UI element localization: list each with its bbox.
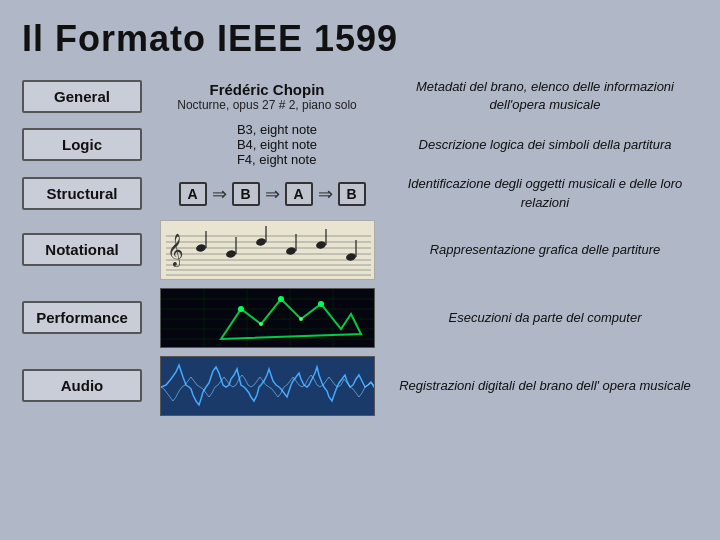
arrow-1: ⇒ xyxy=(212,183,227,205)
logic-line3: F4, eight note xyxy=(237,152,317,167)
row-notational: Notational xyxy=(22,220,698,280)
svg-point-37 xyxy=(299,317,303,321)
struct-node-b1: B xyxy=(232,182,260,206)
logic-line2: B4, eight note xyxy=(237,137,317,152)
svg-text:𝄞: 𝄞 xyxy=(167,233,184,268)
middle-performance xyxy=(152,288,382,348)
desc-audio: Registrazioni digitali del brano dell' o… xyxy=(392,377,698,395)
notational-image: 𝄞 xyxy=(160,220,375,280)
page: Il Formato IEEE 1599 General Frédéric Ch… xyxy=(0,0,720,540)
arrow-3: ⇒ xyxy=(318,183,333,205)
svg-point-36 xyxy=(259,322,263,326)
row-logic: Logic B3, eight note B4, eight note F4, … xyxy=(22,122,698,167)
label-notational: Notational xyxy=(22,233,142,266)
desc-notational: Rappresentazione grafica delle partiture xyxy=(392,241,698,259)
middle-audio xyxy=(152,356,382,416)
svg-rect-0 xyxy=(161,221,375,280)
row-general: General Frédéric Chopin Nocturne, opus 2… xyxy=(22,78,698,114)
desc-structural: Identificazione degli oggetti musicali e… xyxy=(392,175,698,211)
audio-image xyxy=(160,356,375,416)
composer-subtitle: Nocturne, opus 27 # 2, piano solo xyxy=(177,98,356,112)
label-audio: Audio xyxy=(22,369,142,402)
desc-performance: Esecuzioni da parte del computer xyxy=(392,309,698,327)
svg-point-35 xyxy=(318,301,324,307)
label-performance: Performance xyxy=(22,301,142,334)
row-performance: Performance xyxy=(22,288,698,348)
svg-point-33 xyxy=(238,306,244,312)
middle-general: Frédéric Chopin Nocturne, opus 27 # 2, p… xyxy=(152,81,382,112)
middle-notational: 𝄞 xyxy=(152,220,382,280)
svg-point-34 xyxy=(278,296,284,302)
page-title: Il Formato IEEE 1599 xyxy=(22,18,698,60)
arrow-2: ⇒ xyxy=(265,183,280,205)
row-audio: Audio Registrazioni digitali del brano d… xyxy=(22,356,698,416)
performance-image xyxy=(160,288,375,348)
row-structural: Structural A ⇒ B ⇒ A ⇒ B Identificazione… xyxy=(22,175,698,211)
label-logic: Logic xyxy=(22,128,142,161)
middle-structural: A ⇒ B ⇒ A ⇒ B xyxy=(152,182,382,206)
composer-name: Frédéric Chopin xyxy=(209,81,324,98)
struct-node-a1: A xyxy=(179,182,207,206)
label-general: General xyxy=(22,80,142,113)
struct-node-a2: A xyxy=(285,182,313,206)
struct-node-b2: B xyxy=(338,182,366,206)
desc-general: Metadati del brano, elenco delle informa… xyxy=(392,78,698,114)
label-structural: Structural xyxy=(22,177,142,210)
logic-line1: B3, eight note xyxy=(237,122,317,137)
rows-container: General Frédéric Chopin Nocturne, opus 2… xyxy=(22,78,698,416)
desc-logic: Descrizione logica dei simboli della par… xyxy=(392,136,698,154)
middle-logic: B3, eight note B4, eight note F4, eight … xyxy=(152,122,382,167)
